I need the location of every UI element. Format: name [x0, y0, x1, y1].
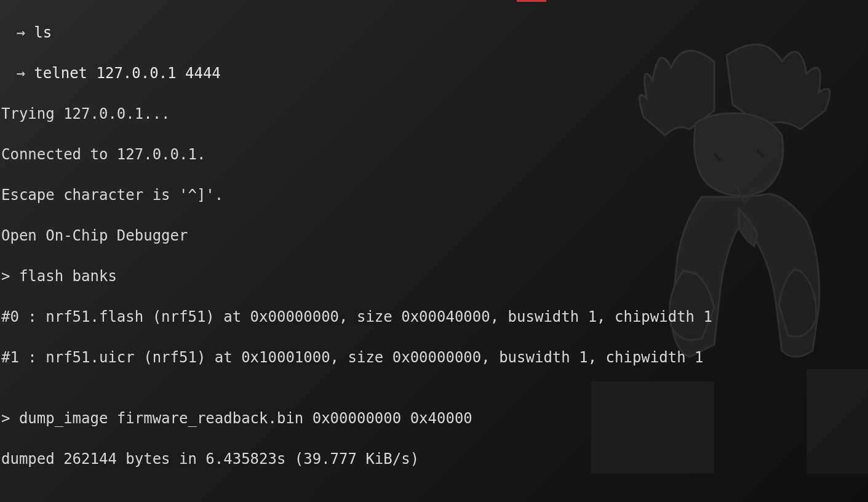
- terminal-output-line: #1 : nrf51.uicr (nrf51) at 0x10001000, s…: [0, 348, 868, 368]
- terminal-output-line: Escape character is '^]'.: [0, 185, 868, 205]
- terminal-output-line: dumped 262144 bytes in 6.435823s (39.777…: [0, 449, 868, 469]
- terminal-output-line: Connected to 127.0.0.1.: [0, 145, 868, 165]
- window-top-indicator: [517, 0, 546, 2]
- prompt-arrow-icon: →: [1, 24, 34, 41]
- terminal-output-line: Trying 127.0.0.1...: [0, 104, 868, 124]
- terminal-output-area[interactable]: → ls → telnet 127.0.0.1 4444 Trying 127.…: [0, 0, 868, 502]
- terminal-output-line: #0 : nrf51.flash (nrf51) at 0x00000000, …: [0, 307, 868, 327]
- terminal-output-line: > dump_image firmware_readback.bin 0x000…: [0, 408, 868, 429]
- prompt-arrow-icon: →: [1, 65, 34, 82]
- command-text: telnet 127.0.0.1 4444: [34, 65, 220, 82]
- terminal-output-line: Open On-Chip Debugger: [0, 226, 868, 246]
- command-text: ls: [34, 24, 52, 41]
- terminal-output-line: > flash banks: [0, 266, 868, 287]
